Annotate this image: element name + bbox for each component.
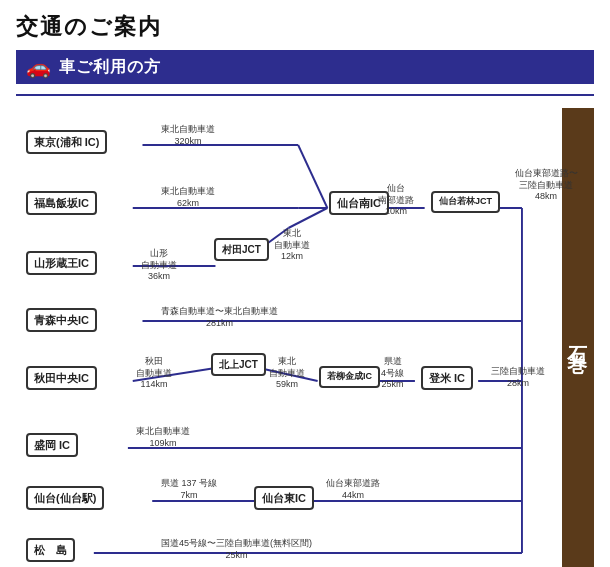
road-label-waka-tome: 県道4号線25km (381, 356, 404, 391)
section-title: 車ご利用の方 (59, 57, 161, 78)
svg-line-1 (298, 145, 327, 208)
svg-line-6 (288, 208, 327, 228)
road-label-yamagata: 山形自動車道36km (141, 248, 177, 283)
page-title: 交通のご案内 (16, 12, 594, 42)
map-area: 東京(浦和 IC) 福島飯坂IC 山形蔵王IC 青森中央IC 秋田中央IC 盛岡… (16, 108, 594, 567)
section-header: 🚗 車ご利用の方 (16, 50, 594, 84)
road-label-tome-sanriku: 三陸自動車道28km (491, 366, 545, 389)
road-label-morioka: 東北自動車道109km (136, 426, 190, 449)
node-akita: 秋田中央IC (26, 366, 97, 390)
road-label-kitakami-waka: 東北自動車道59km (269, 356, 305, 391)
node-wakayanagikin: 若柳金成IC (319, 366, 380, 388)
road-label-fukushima: 東北自動車道62km (161, 186, 215, 209)
node-sendai-higashi: 仙台東IC (254, 486, 314, 510)
node-tokyo: 東京(浦和 IC) (26, 130, 107, 154)
road-label-sendai-sta: 県道 137 号線7km (161, 478, 217, 501)
node-sendai-sta: 仙台(仙台駅) (26, 486, 104, 510)
node-tome: 登米 IC (421, 366, 473, 390)
road-label-aomori: 青森自動車道〜東北自動車道281km (161, 306, 278, 329)
road-label-tokyo: 東北自動車道320km (161, 124, 215, 147)
road-label-sendai-east-48: 仙台東部道路〜三陸自動車道48km (506, 168, 586, 203)
node-kitakami: 北上JCT (211, 353, 266, 376)
road-label-akita: 秋田自動車道114km (136, 356, 172, 391)
node-sendai-wakabayashi: 仙台若林JCT (431, 191, 500, 213)
node-murata: 村田JCT (214, 238, 269, 261)
road-label-sendai-nambuu: 仙台南部道路10km (378, 183, 414, 218)
node-matsushima: 松 島 (26, 538, 75, 562)
divider (16, 94, 594, 96)
node-yamagata: 山形蔵王IC (26, 251, 97, 275)
car-icon: 🚗 (26, 55, 51, 79)
node-fukushima: 福島飯坂IC (26, 191, 97, 215)
routes-container: 東京(浦和 IC) 福島飯坂IC 山形蔵王IC 青森中央IC 秋田中央IC 盛岡… (16, 108, 556, 567)
road-label-sendai-higashi-east: 仙台東部道路44km (326, 478, 380, 501)
node-aomori: 青森中央IC (26, 308, 97, 332)
road-label-matsushima: 国道45号線〜三陸自動車道(無料区間)25km (161, 538, 312, 561)
road-label-murata-tohoku: 東北自動車道12km (274, 228, 310, 263)
node-morioka: 盛岡 IC (26, 433, 78, 457)
